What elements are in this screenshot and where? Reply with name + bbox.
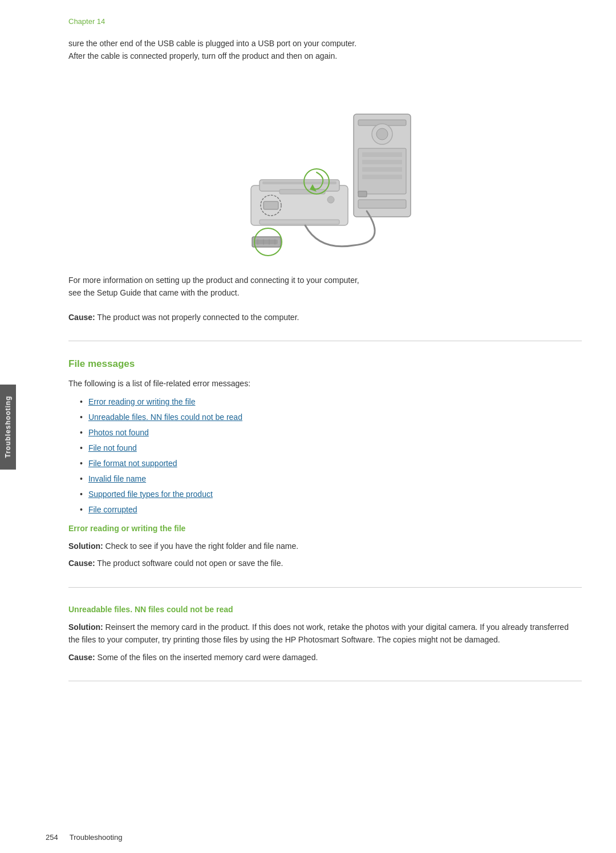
list-link-invalid-name[interactable]: Invalid file name [88,473,146,485]
svg-rect-5 [362,152,402,157]
error-reading-cause: Cause: The product software could not op… [68,557,582,569]
svg-rect-8 [362,175,402,179]
main-content: Chapter 14 sure the other end of the USB… [23,0,616,853]
list-link-supported-types[interactable]: Supported file types for the product [88,488,213,500]
list-item: • File not found [80,442,582,454]
footer-chapter-title: Troubleshooting [70,833,123,842]
list-item: • Unreadable files. NN files could not b… [80,411,582,423]
file-messages-list: • Error reading or writing the file • Un… [80,396,582,516]
svg-rect-6 [362,160,402,164]
file-messages-intro: The following is a list of file-related … [68,379,582,388]
bullet: • [80,504,83,516]
error-reading-solution: Solution: Check to see if you have the r… [68,540,582,552]
footer-page-number: 254 [46,833,58,842]
list-item: • Photos not found [80,427,582,439]
svg-rect-9 [358,200,406,208]
device-illustration-container [68,80,582,257]
error-reading-solution-label: Solution: [68,541,103,551]
unreadable-solution: Solution: Reinsert the memory card in th… [68,621,582,646]
svg-rect-10 [358,191,367,197]
svg-rect-7 [362,167,402,172]
list-item: • Invalid file name [80,473,582,485]
bullet: • [80,473,83,485]
list-link-file-format[interactable]: File format not supported [88,458,177,470]
error-reading-cause-label: Cause: [68,559,95,568]
intro-text: sure the other end of the USB cable is p… [68,37,582,63]
bullet: • [80,488,83,500]
svg-rect-16 [260,220,339,224]
setup-line2: see the Setup Guide that came with the p… [68,288,240,297]
intro-line2: After the cable is connected properly, t… [68,51,337,60]
bullet: • [80,442,83,454]
cause1-paragraph: Cause: The product was not properly conn… [68,311,582,324]
chapter-header: Chapter 14 [68,17,582,26]
bullet: • [80,427,83,439]
divider-3 [68,681,582,681]
list-link-file-not-found[interactable]: File not found [88,442,137,454]
bullet: • [80,458,83,470]
list-link-file-corrupted[interactable]: File corrupted [88,504,137,516]
svg-rect-13 [262,181,337,184]
list-link-error-reading[interactable]: Error reading or writing the file [88,396,196,408]
list-link-unreadable[interactable]: Unreadable files. NN files could not be … [88,411,242,423]
svg-point-3 [376,128,388,140]
cause1-label: Cause: [68,313,95,322]
sidebar-tab: Troubleshooting [0,384,16,469]
list-item: • Supported file types for the product [80,488,582,500]
sidebar-label: Troubleshooting [4,395,12,458]
unreadable-files-heading: Unreadable files. NN files could not be … [68,605,582,614]
intro-line1: sure the other end of the USB cable is p… [68,39,356,48]
cause1-text: The product was not properly connected t… [97,313,299,322]
file-messages-section: File messages The following is a list of… [68,358,582,681]
list-item: • Error reading or writing the file [80,396,582,408]
error-reading-heading: Error reading or writing the file [68,524,582,533]
list-item: • File format not supported [80,458,582,470]
svg-rect-20 [255,240,278,244]
page-footer: 254 Troubleshooting [46,833,582,842]
unreadable-cause: Cause: Some of the files on the inserted… [68,651,582,664]
page-container: Troubleshooting Chapter 14 sure the othe… [0,0,616,853]
list-item: • File corrupted [80,504,582,516]
setup-description: For more information on setting up the p… [68,274,582,300]
file-messages-heading: File messages [68,358,582,370]
unreadable-solution-label: Solution: [68,622,103,632]
setup-line1: For more information on setting up the p… [68,276,359,285]
divider-1 [68,341,582,341]
svg-point-15 [327,196,334,203]
unreadable-cause-label: Cause: [68,653,95,662]
divider-2 [68,587,582,588]
bullet: • [80,396,83,408]
list-link-photos-not-found[interactable]: Photos not found [88,427,149,439]
bullet: • [80,411,83,423]
device-illustration [217,80,433,257]
svg-rect-18 [264,201,278,209]
